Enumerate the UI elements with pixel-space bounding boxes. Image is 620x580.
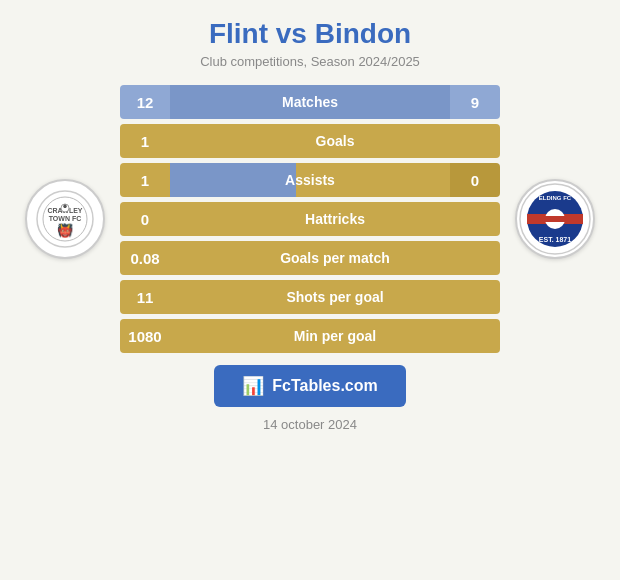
stat-right-matches: 9 <box>450 85 500 119</box>
assists-fill-indicator <box>170 163 296 197</box>
team-right-crest-icon: EST. 1871 ELDING FC <box>518 182 592 256</box>
logo-text: FcTables.com <box>272 377 378 395</box>
assists-label-text: Assists <box>285 172 335 188</box>
stat-row-min-per-goal: 1080 Min per goal <box>120 319 500 353</box>
stat-left-mpg: 1080 <box>120 319 170 353</box>
stat-row-shots-per-goal: 11 Shots per goal <box>120 280 500 314</box>
team-right: EST. 1871 ELDING FC <box>500 179 610 259</box>
stat-row-goals: 1 Goals <box>120 124 500 158</box>
svg-text:EST. 1871: EST. 1871 <box>539 236 571 243</box>
main-content: CRAWLEY TOWN FC 👹 12 Matches 9 1 Goals 1 <box>0 85 620 353</box>
date-label: 14 october 2024 <box>263 417 357 432</box>
stat-right-assists: 0 <box>450 163 500 197</box>
stat-left-assists: 1 <box>120 163 170 197</box>
stat-label-mpg: Min per goal <box>170 319 500 353</box>
stat-left-goals: 1 <box>120 124 170 158</box>
assists-bar: Assists <box>170 163 450 197</box>
stat-row-goals-per-match: 0.08 Goals per match <box>120 241 500 275</box>
stat-left-spg: 11 <box>120 280 170 314</box>
team-left: CRAWLEY TOWN FC 👹 <box>10 179 120 259</box>
svg-text:TOWN FC: TOWN FC <box>49 215 82 222</box>
svg-text:👹: 👹 <box>57 222 74 239</box>
stat-label-goals: Goals <box>170 124 500 158</box>
fctables-logo[interactable]: 📊 FcTables.com <box>214 365 406 407</box>
stat-row-hattricks: 0 Hattricks <box>120 202 500 236</box>
stat-label-spg: Shots per goal <box>170 280 500 314</box>
stat-label-hattricks: Hattricks <box>170 202 500 236</box>
logo-section: 📊 FcTables.com <box>214 365 406 407</box>
stat-row-assists: 1 Assists 0 <box>120 163 500 197</box>
svg-rect-10 <box>545 216 565 222</box>
team-right-badge: EST. 1871 ELDING FC <box>515 179 595 259</box>
page-subtitle: Club competitions, Season 2024/2025 <box>200 54 420 69</box>
team-left-crest-icon: CRAWLEY TOWN FC 👹 <box>35 189 95 249</box>
stat-left-hattricks: 0 <box>120 202 170 236</box>
page-title: Flint vs Bindon <box>209 18 411 50</box>
stat-left-matches: 12 <box>120 85 170 119</box>
stat-row-matches: 12 Matches 9 <box>120 85 500 119</box>
stat-left-gpm: 0.08 <box>120 241 170 275</box>
team-left-badge: CRAWLEY TOWN FC 👹 <box>25 179 105 259</box>
chart-icon: 📊 <box>242 375 264 397</box>
stat-label-gpm: Goals per match <box>170 241 500 275</box>
svg-text:ELDING FC: ELDING FC <box>539 195 572 201</box>
stat-label-matches: Matches <box>170 85 450 119</box>
stats-container: 12 Matches 9 1 Goals 1 Assists 0 0 Hattr… <box>120 85 500 353</box>
